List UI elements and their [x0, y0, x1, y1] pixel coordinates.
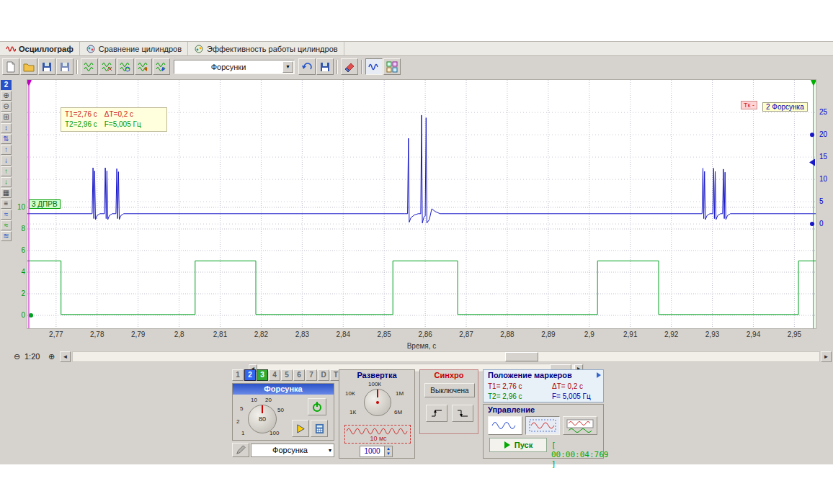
- swap-vertical-icon[interactable]: ⇅: [1, 134, 12, 144]
- trigger-label[interactable]: Tк -: [741, 101, 757, 109]
- zoom-in-icon[interactable]: ⊕: [1, 91, 12, 101]
- x-tick-label: 2,89: [538, 330, 559, 338]
- move-trace-up-icon[interactable]: ↑: [1, 166, 12, 176]
- stretch-vertical-icon[interactable]: ↕: [1, 123, 12, 133]
- move-trace-down-icon[interactable]: ↓: [1, 177, 12, 187]
- channel3-label[interactable]: 3 ДПРВ: [29, 199, 61, 209]
- probe-select[interactable]: Форсунка ▾: [251, 444, 334, 457]
- open-file-button[interactable]: [20, 58, 37, 75]
- zoom-window-icon[interactable]: ⊞: [1, 112, 12, 122]
- spinner-arrows-icon[interactable]: ▲▼: [384, 446, 392, 456]
- scrollbar-track[interactable]: [72, 351, 820, 362]
- channel3-zero-dot[interactable]: [29, 313, 33, 318]
- expand-arrow-icon[interactable]: [597, 372, 601, 378]
- plot-side-toolbar: 2⊕⊖⊞↕⇅↑↓↑↓▦≡≈≈≋: [1, 80, 12, 241]
- grid-toggle-icon[interactable]: ▦: [1, 188, 12, 198]
- green-waves-search-icon: [120, 61, 131, 73]
- view-record-button[interactable]: [563, 416, 597, 435]
- tab-oscilloscope[interactable]: Осциллограф: [0, 42, 80, 56]
- channel-tab-5[interactable]: 5: [281, 369, 293, 381]
- shift-down-icon[interactable]: ↓: [1, 156, 12, 166]
- channel2-level-dot[interactable]: [810, 132, 814, 137]
- sync-state-button[interactable]: Выключена: [424, 383, 475, 397]
- right-tick-label: 20: [819, 130, 827, 138]
- channel-tab-6[interactable]: 6: [293, 369, 305, 381]
- sweep-time-box: 10 мс: [344, 425, 411, 444]
- tab-bar: Осциллограф Сравнение цилиндров Эффектив…: [0, 42, 833, 56]
- signal-delete-button[interactable]: [99, 58, 116, 75]
- save-file-button[interactable]: [38, 58, 55, 75]
- x-tick-label: 2,78: [86, 330, 108, 338]
- tab-cylinder-comparison[interactable]: Сравнение цилиндров: [80, 42, 188, 56]
- wave-blue-icon[interactable]: ≈: [1, 210, 12, 220]
- channel-tab-4[interactable]: 4: [269, 369, 280, 381]
- dropdown-arrow-icon[interactable]: ▾: [282, 61, 293, 73]
- quick-save-button[interactable]: [316, 58, 334, 75]
- sweep-knob[interactable]: 1К10К100К1М6М: [344, 380, 411, 422]
- erase-button[interactable]: [341, 58, 358, 75]
- signal-search-button[interactable]: [117, 58, 134, 75]
- start-play-icon: [504, 441, 511, 449]
- sweep-scale-value: 10К: [345, 390, 355, 397]
- scroll-left-button[interactable]: ◄: [60, 351, 71, 362]
- scrollbar-thumb[interactable]: [505, 352, 538, 361]
- undo-button[interactable]: [298, 58, 316, 75]
- channel-power-button[interactable]: [308, 398, 326, 415]
- channel-tab-D[interactable]: D: [318, 369, 329, 381]
- x-tick-label: 2,92: [661, 330, 682, 338]
- wave-multi-icon[interactable]: ≋: [1, 231, 12, 241]
- sync-falling-edge-button[interactable]: [452, 405, 473, 422]
- scroll-right-button[interactable]: ►: [821, 351, 832, 362]
- trace-3 ДПРВ: [27, 261, 816, 315]
- sample-rate-spinner[interactable]: 1000 ▲▼: [360, 446, 393, 457]
- x-tick-label: 2,79: [128, 330, 149, 338]
- left-tick-label: 2: [10, 289, 25, 297]
- marker-handle-T2[interactable]: [811, 80, 816, 86]
- tab-cylinder-efficiency[interactable]: Эффективность работы цилиндров: [188, 42, 344, 56]
- signal-prev-button[interactable]: [135, 58, 152, 75]
- start-button[interactable]: Пуск: [489, 438, 547, 452]
- zoom-out-button[interactable]: ⊖: [12, 351, 22, 362]
- channel-tab-3[interactable]: 3: [257, 369, 268, 381]
- view-continuous-button[interactable]: [488, 416, 522, 435]
- zoom-out-icon[interactable]: ⊖: [1, 102, 12, 112]
- split-view-button[interactable]: [383, 58, 401, 75]
- record-timer: [ 00:00:04:769 ]: [551, 441, 608, 469]
- rising-edge-icon: [431, 408, 442, 418]
- attenuator-knob-needle: [262, 405, 263, 413]
- marker-handle-T1[interactable]: [27, 80, 32, 86]
- signal-library-button[interactable]: [81, 58, 98, 75]
- channel2-zero-dot[interactable]: [810, 222, 814, 226]
- channel-tab-2[interactable]: 2: [244, 369, 256, 381]
- left-tick-label: 8: [10, 225, 25, 233]
- sweep-scale-value: 1М: [396, 390, 404, 397]
- start-label: Пуск: [514, 441, 533, 449]
- dropdown-arrow-icon[interactable]: ▾: [329, 447, 331, 454]
- signal-next-button[interactable]: [153, 58, 170, 75]
- signal-select[interactable]: Форсунки ▾: [174, 60, 295, 74]
- toolbar-separator: [337, 60, 338, 74]
- channel-run-button[interactable]: [292, 420, 309, 437]
- new-page-icon: [5, 61, 17, 73]
- channel-calculator-button[interactable]: [311, 420, 328, 437]
- save-as-button[interactable]: [56, 58, 74, 75]
- new-file-button[interactable]: [2, 58, 19, 75]
- sweep-panel: Развертка 1К10К100К1М6М 10 мс 1000 ▲▼: [339, 369, 415, 459]
- trigger-level-arrow[interactable]: [809, 159, 815, 166]
- shift-up-icon[interactable]: ↑: [1, 145, 12, 155]
- sync-rising-edge-button[interactable]: [426, 405, 447, 422]
- t2-value: T2=2,96 с: [65, 120, 97, 128]
- probe-button[interactable]: [232, 443, 249, 457]
- channel2-label[interactable]: 2 Форсунка: [762, 102, 808, 112]
- left-tick-label: 4: [10, 268, 25, 276]
- single-trace-toggle[interactable]: [365, 58, 383, 75]
- green-waves-icon: [84, 61, 95, 73]
- right-tick-label: 15: [819, 153, 827, 161]
- view-selection-button[interactable]: [525, 416, 560, 435]
- x-tick-label: 2,84: [332, 330, 354, 338]
- channel-tab-7[interactable]: 7: [306, 369, 317, 381]
- channel-tab-1[interactable]: 1: [232, 369, 244, 381]
- attenuator-knob[interactable]: 80 125102050100: [236, 396, 289, 439]
- right-tick-label: 5: [819, 197, 824, 205]
- zoom-in-button[interactable]: ⊕: [46, 351, 57, 362]
